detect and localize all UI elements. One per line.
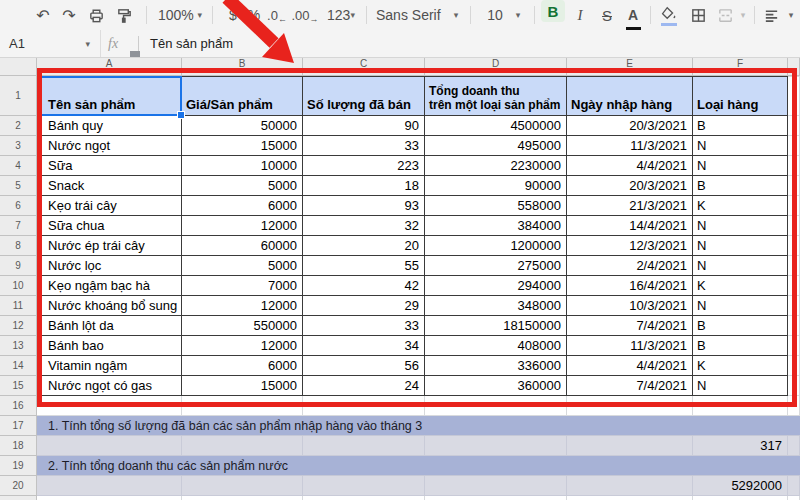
redo-button[interactable]: ↷ — [56, 0, 82, 30]
cell-A18[interactable] — [37, 436, 182, 456]
cell-F21[interactable] — [693, 496, 788, 500]
zoom-select[interactable]: 100% ▾ — [152, 0, 208, 30]
cell-B21[interactable] — [182, 496, 303, 500]
row-header-1[interactable]: 1 — [0, 76, 37, 116]
annotation-rectangle — [37, 68, 797, 407]
cell-D21[interactable] — [425, 496, 567, 500]
cell-G21[interactable] — [788, 496, 800, 500]
row-header-4[interactable]: 4 — [0, 156, 37, 176]
font-size-caret[interactable]: ▾ — [510, 0, 526, 30]
fx-icon: fx — [108, 30, 118, 57]
format-percent-button[interactable]: % — [243, 0, 265, 30]
row-header-16[interactable]: 16 — [0, 396, 37, 416]
row-header-15[interactable]: 15 — [0, 376, 37, 396]
toolbar: ↶ ↷ 100% ▾ $ % .0← .00→ 123▾ Sans Serif … — [0, 0, 800, 31]
cell-D20[interactable] — [425, 476, 567, 496]
row-header-8[interactable]: 8 — [0, 236, 37, 256]
formula-input[interactable]: Tên sản phẩm — [150, 30, 233, 57]
strikethrough-button[interactable]: S — [594, 0, 620, 30]
row-header-13[interactable]: 13 — [0, 336, 37, 356]
toolbar-separator — [366, 6, 367, 24]
chevron-down-icon: ▾ — [85, 39, 90, 49]
increase-decimal-button[interactable]: .00→ — [290, 0, 320, 30]
increase-decimal-icon: .00 — [291, 8, 309, 23]
more-formats-label: 123 — [327, 7, 350, 23]
chevron-down-icon: ▾ — [741, 10, 746, 20]
fill-color-swatch — [661, 23, 677, 26]
question-2-banner[interactable]: 2. Tính tổng doanh thu các sản phẩm nước — [37, 456, 800, 476]
italic-icon: I — [578, 7, 583, 24]
merge-cells-caret[interactable]: ▾ — [736, 0, 750, 30]
cell-E20[interactable] — [567, 476, 693, 496]
row-header-5[interactable]: 5 — [0, 176, 37, 196]
toolbar-separator — [146, 6, 147, 24]
cell-B20[interactable] — [182, 476, 303, 496]
row-header-12[interactable]: 12 — [0, 316, 37, 336]
decrease-decimal-button[interactable]: .0← — [264, 0, 290, 30]
more-formats-button[interactable]: 123▾ — [320, 0, 362, 30]
borders-icon — [690, 7, 707, 24]
borders-button[interactable] — [684, 0, 712, 30]
align-caret[interactable]: ▾ — [784, 0, 798, 30]
formula-bar: A1 ▾ fx Tên sản phẩm — [0, 30, 800, 58]
toolbar-separator — [212, 6, 213, 24]
bold-icon: B — [548, 3, 559, 20]
align-button[interactable] — [758, 0, 784, 30]
row-header-6[interactable]: 6 — [0, 196, 37, 216]
name-box[interactable]: A1 ▾ — [0, 30, 101, 57]
cell-E21[interactable] — [567, 496, 693, 500]
format-currency-button[interactable]: $ — [222, 0, 244, 30]
chevron-down-icon: ▾ — [789, 10, 794, 20]
column-resize-marker — [130, 51, 140, 57]
print-icon — [88, 7, 105, 24]
row-header-10[interactable]: 10 — [0, 276, 37, 296]
cell-E18[interactable] — [567, 436, 693, 456]
cell-C21[interactable] — [303, 496, 425, 500]
bold-button[interactable]: B — [541, 0, 565, 22]
question-1-banner[interactable]: 1. Tính tổng số lượng đã bán các sản phẩ… — [37, 416, 800, 436]
italic-button[interactable]: I — [568, 0, 592, 30]
row-header-21 — [0, 496, 37, 500]
font-name-label: Sans Serif — [376, 7, 441, 23]
decrease-decimal-icon: .0 — [267, 8, 278, 23]
row-header-17[interactable]: 17 — [0, 416, 37, 436]
chevron-down-icon: ▾ — [454, 10, 459, 20]
row-header-14[interactable]: 14 — [0, 356, 37, 376]
undo-button[interactable]: ↶ — [30, 0, 56, 30]
cell-A21[interactable] — [37, 496, 182, 500]
paint-format-button[interactable] — [110, 0, 138, 30]
text-color-button[interactable]: A — [620, 0, 646, 34]
cell-F20[interactable]: 5292000 — [693, 476, 788, 496]
row-header-3[interactable]: 3 — [0, 136, 37, 156]
cell-D18[interactable] — [425, 436, 567, 456]
cell-B18[interactable] — [182, 436, 303, 456]
row-header-7[interactable]: 7 — [0, 216, 37, 236]
cell-G20[interactable] — [788, 476, 800, 496]
align-left-icon — [763, 7, 780, 24]
cell-A20[interactable] — [37, 476, 182, 496]
cell-C20[interactable] — [303, 476, 425, 496]
currency-icon: $ — [229, 7, 237, 23]
row-header-11[interactable]: 11 — [0, 296, 37, 316]
font-size-select[interactable]: 10 — [480, 0, 510, 30]
row-header-18[interactable]: 18 — [0, 436, 37, 456]
cell-C18[interactable] — [303, 436, 425, 456]
cell-G18[interactable] — [788, 436, 800, 456]
toolbar-separator — [470, 6, 471, 24]
row-header-20[interactable]: 20 — [0, 476, 37, 496]
text-color-icon: A — [628, 7, 638, 23]
toolbar-separator — [650, 6, 651, 24]
chevron-down-icon: ▾ — [198, 10, 203, 20]
fill-color-button[interactable] — [655, 0, 683, 30]
row-header-2[interactable]: 2 — [0, 116, 37, 136]
toolbar-separator — [534, 6, 535, 24]
percent-icon: % — [248, 7, 260, 23]
select-all-corner[interactable] — [0, 57, 37, 76]
row-header-9[interactable]: 9 — [0, 256, 37, 276]
row-header-19[interactable]: 19 — [0, 456, 37, 476]
print-button[interactable] — [82, 0, 110, 30]
cell-F18[interactable]: 317 — [693, 436, 788, 456]
font-size-value: 10 — [487, 7, 503, 23]
font-select-caret[interactable]: ▾ — [448, 0, 464, 30]
merge-cells-button[interactable] — [712, 0, 738, 30]
